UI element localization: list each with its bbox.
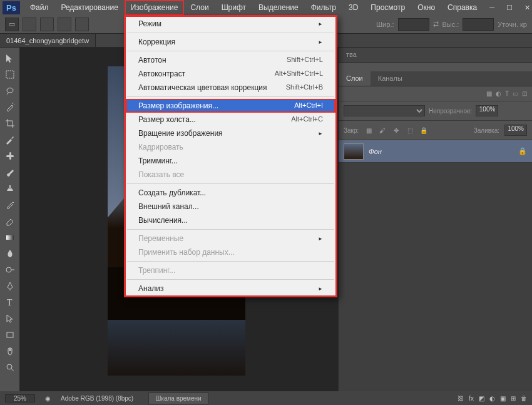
layer-row[interactable]: Фон 🔒 <box>339 140 532 163</box>
brush-tool[interactable] <box>2 165 18 179</box>
panel-tab-layers[interactable]: Слои <box>339 71 371 86</box>
menu-window[interactable]: Окно <box>411 0 441 15</box>
blur-tool[interactable] <box>2 247 18 260</box>
timeline-panel-tab[interactable]: Шкала времени <box>148 392 208 404</box>
document-tab[interactable]: 01464_chongyangbridgetw <box>0 34 96 47</box>
menu-separator <box>127 33 334 33</box>
toolbox: T <box>0 48 20 391</box>
menu-item[interactable]: АвтоконтрастAlt+Shift+Ctrl+L <box>126 67 335 81</box>
menu-item: Применить набор данных... <box>126 245 335 259</box>
path-selection-tool[interactable] <box>2 312 18 326</box>
gradient-tool[interactable] <box>2 230 18 244</box>
menu-help[interactable]: Справка <box>441 0 483 15</box>
adjustment-icon[interactable]: ◐ <box>489 395 495 402</box>
marquee-tool[interactable] <box>2 68 18 81</box>
filter-adjust-icon[interactable]: ◐ <box>496 90 501 97</box>
svg-rect-3 <box>6 235 14 240</box>
menu-3d[interactable]: 3D <box>342 0 364 15</box>
pen-tool[interactable] <box>2 279 18 293</box>
move-tool[interactable] <box>2 51 18 65</box>
menu-image[interactable]: Изображение <box>125 0 185 15</box>
eraser-tool[interactable] <box>2 214 18 228</box>
menu-item-label: Режим <box>138 19 161 28</box>
menu-filter[interactable]: Фильтр <box>305 0 342 15</box>
width-field[interactable] <box>398 18 429 31</box>
dodge-tool[interactable] <box>2 263 18 277</box>
layer-name[interactable]: Фон <box>369 148 513 155</box>
menu-item[interactable]: Режим <box>126 17 335 31</box>
lasso-tool[interactable] <box>2 84 18 98</box>
menu-item[interactable]: Анализ <box>126 282 335 295</box>
menu-item[interactable]: Вращение изображения <box>126 126 335 140</box>
selection-subtract-icon[interactable] <box>58 18 71 31</box>
clone-stamp-tool[interactable] <box>2 182 18 195</box>
blend-mode-select[interactable] <box>344 105 425 116</box>
menu-edit[interactable]: Редактирование <box>54 0 124 15</box>
rectangle-tool[interactable] <box>2 328 18 342</box>
trash-icon[interactable]: 🗑 <box>521 395 527 402</box>
lock-artboard-icon[interactable]: ⬚ <box>405 125 415 135</box>
menu-separator <box>127 183 334 184</box>
type-tool[interactable]: T <box>2 295 18 309</box>
menu-type[interactable]: Шрифт <box>215 0 252 15</box>
selection-new-icon[interactable] <box>23 18 36 31</box>
swap-icon[interactable]: ⇄ <box>433 20 439 28</box>
menu-item[interactable]: Тримминг... <box>126 154 335 168</box>
height-field[interactable] <box>463 18 494 31</box>
colorspace-icon[interactable]: ◉ <box>45 395 51 402</box>
lock-label: Закр: <box>344 127 359 134</box>
lock-position-icon[interactable]: ✥ <box>391 125 401 135</box>
zoom-field[interactable]: 25% <box>5 394 35 402</box>
opacity-value[interactable]: 100% <box>476 105 498 116</box>
menu-item[interactable]: Размер холста...Alt+Ctrl+C <box>126 113 335 126</box>
menu-select[interactable]: Выделение <box>252 0 305 15</box>
menu-item[interactable]: Коррекция <box>126 35 335 49</box>
filter-smart-icon[interactable]: ⊡ <box>522 90 527 97</box>
svg-text:T: T <box>7 298 13 307</box>
refine-edge-label[interactable]: Уточн. кр <box>498 21 527 28</box>
panel-tab-channels[interactable]: Каналы <box>371 71 410 86</box>
menu-item[interactable]: Вычисления... <box>126 213 335 227</box>
menu-item[interactable]: Автоматическая цветовая коррекцияShift+C… <box>126 81 335 95</box>
menu-item[interactable]: АвтотонShift+Ctrl+L <box>126 53 335 67</box>
history-brush-tool[interactable] <box>2 198 18 212</box>
menu-item-shortcut: Alt+Shift+Ctrl+L <box>275 69 323 78</box>
lock-image-icon[interactable]: 🖌 <box>377 125 387 135</box>
healing-brush-tool[interactable] <box>2 149 18 163</box>
link-icon[interactable]: ⛓ <box>458 395 464 402</box>
zoom-tool[interactable] <box>2 361 18 374</box>
layer-lock-icon[interactable]: 🔒 <box>518 147 527 155</box>
selection-add-icon[interactable] <box>40 18 54 31</box>
status-bar: 25% ◉ Adobe RGB (1998) (8bpc) Шкала врем… <box>0 391 532 405</box>
menu-item: Кадрировать <box>126 140 335 154</box>
menu-item[interactable]: Создать дубликат... <box>126 186 335 200</box>
menu-item-label: Переменные <box>138 234 183 243</box>
menu-view[interactable]: Просмотр <box>364 0 411 15</box>
minimize-button[interactable]: ─ <box>483 1 501 14</box>
filter-type-icon[interactable]: T <box>505 90 509 97</box>
filter-shape-icon[interactable]: ▭ <box>513 90 518 97</box>
menu-file[interactable]: Файл <box>24 0 55 15</box>
fill-value[interactable]: 100% <box>504 125 527 136</box>
menu-layers[interactable]: Слои <box>184 0 215 15</box>
menu-item-shortcut: Alt+Ctrl+C <box>291 115 323 124</box>
filter-pixel-icon[interactable]: ▦ <box>486 90 492 97</box>
crop-tool[interactable] <box>2 116 18 130</box>
fx-icon[interactable]: fx <box>469 395 474 402</box>
tool-preset-icon[interactable]: ▭ <box>5 18 19 31</box>
group-icon[interactable]: ▣ <box>500 395 506 402</box>
selection-intersect-icon[interactable] <box>75 18 89 31</box>
layer-thumbnail[interactable] <box>344 143 364 160</box>
close-button[interactable]: ✕ <box>518 1 532 14</box>
mask-icon[interactable]: ◩ <box>479 395 484 402</box>
new-layer-icon[interactable]: ⊞ <box>511 395 516 402</box>
maximize-button[interactable]: ☐ <box>501 1 518 14</box>
lock-transparency-icon[interactable]: ▦ <box>364 125 374 135</box>
menu-item[interactable]: Размер изображения...Alt+Ctrl+I <box>126 99 335 113</box>
eyedropper-tool[interactable] <box>2 133 18 146</box>
hand-tool[interactable] <box>2 344 18 358</box>
menu-item[interactable]: Внешний канал... <box>126 200 335 213</box>
magic-wand-tool[interactable] <box>2 100 18 114</box>
lock-all-icon[interactable]: 🔒 <box>419 125 429 135</box>
panel-tab-properties[interactable]: тва <box>339 48 364 62</box>
